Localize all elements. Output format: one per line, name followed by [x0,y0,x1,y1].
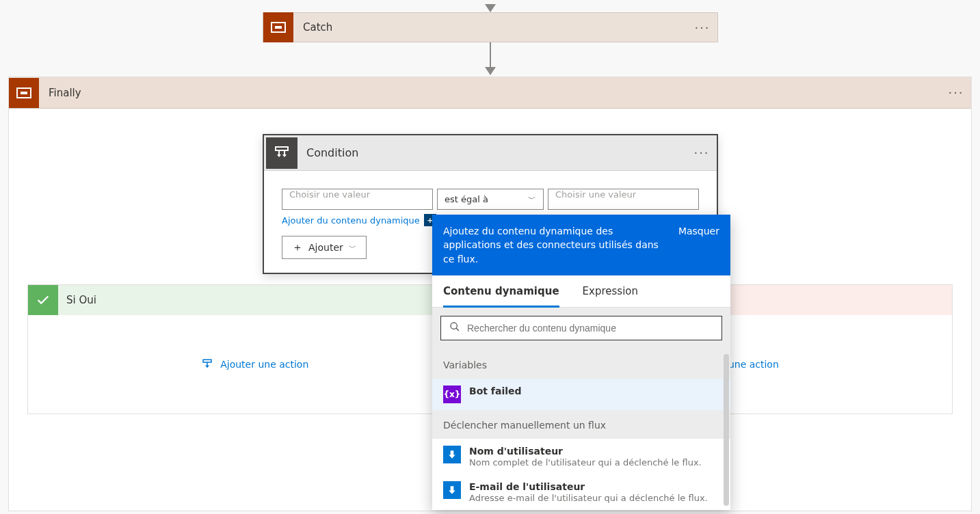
add-action-icon [201,358,213,370]
add-dynamic-content-link[interactable]: Ajouter du contenu dynamique [282,215,420,226]
tab-expression[interactable]: Expression [583,275,638,307]
branch-yes-title: Si Oui [58,294,96,306]
dynamic-content-search-input[interactable] [467,323,713,334]
dyn-item-title: Bot failed [469,385,719,396]
flow-connector [490,42,491,68]
catch-menu-button[interactable]: ··· [687,21,717,35]
dyn-item-title: E-mail de l'utilisateur [469,481,719,492]
dynamic-content-banner: Ajoutez du contenu dynamique des applica… [432,215,730,275]
dynamic-content-popup: Ajoutez du contenu dynamique des applica… [432,215,730,510]
dynamic-content-tabs: Contenu dynamique Expression [432,275,730,308]
finally-menu-button[interactable]: ··· [941,85,971,100]
condition-header[interactable]: Condition ··· [264,135,717,171]
scrollbar[interactable] [724,354,729,506]
dyn-item-desc: Adresse e-mail de l'utilisateur qui a dé… [469,493,719,503]
chevron-down-icon: ﹀ [349,243,356,253]
finally-header[interactable]: Finally ··· [9,77,971,109]
finally-title: Finally [39,87,941,99]
svg-rect-1 [203,360,211,362]
svg-rect-0 [276,147,288,150]
condition-value-2-input[interactable]: Choisir une valeur [548,189,699,210]
section-trigger: Déclencher manuellement un flux [432,410,730,439]
hide-dynamic-content-link[interactable]: Masquer [678,224,719,238]
search-icon [449,321,460,335]
variable-icon: {x} [443,385,461,403]
check-icon [28,285,58,315]
dyn-item-username[interactable]: Nom d'utilisateur Nom complet de l'utili… [432,439,730,474]
flow-arrow-head [485,4,496,12]
condition-operator-select[interactable]: est égal à ﹀ [437,189,544,210]
tab-dynamic-content[interactable]: Contenu dynamique [443,275,559,308]
add-button-label: Ajouter [308,242,343,253]
scope-icon [263,12,293,42]
chevron-down-icon: ﹀ [528,193,536,205]
dyn-item-desc: Nom complet de l'utilisateur qui a décle… [469,457,719,468]
condition-icon [266,137,297,169]
flow-canvas: Catch ··· Finally ··· [0,0,980,514]
dynamic-content-banner-text: Ajoutez du contenu dynamique des applica… [443,224,672,266]
plus-icon: ＋ [292,241,303,255]
dynamic-content-list: Variables {x} Bot failed Déclencher manu… [432,350,730,510]
svg-point-3 [451,323,457,329]
flow-arrow-head [485,67,496,75]
catch-card[interactable]: Catch ··· [263,12,718,42]
catch-title: Catch [293,21,687,33]
add-action-yes-label: Ajouter une action [220,359,308,370]
dyn-item-useremail[interactable]: E-mail de l'utilisateur Adresse e-mail d… [432,474,730,510]
dyn-item-bot-failed[interactable]: {x} Bot failed [432,379,730,410]
add-action-yes-button[interactable]: Ajouter une action [201,358,308,370]
section-variables: Variables [432,350,730,379]
dynamic-content-search[interactable] [440,316,722,340]
condition-title: Condition [300,146,687,159]
condition-value-1-input[interactable]: Choisir une valeur [282,189,433,210]
scope-icon [9,78,39,108]
branch-if-yes: Si Oui Ajouter une action [27,284,483,414]
condition-operator-label: est égal à [445,194,488,204]
dyn-item-title: Nom d'utilisateur [469,446,719,457]
add-condition-row-button[interactable]: ＋ Ajouter ﹀ [282,236,367,259]
branch-yes-header[interactable]: Si Oui [28,285,482,315]
trigger-icon [443,481,461,499]
trigger-icon [443,446,461,463]
condition-menu-button[interactable]: ··· [687,146,717,160]
